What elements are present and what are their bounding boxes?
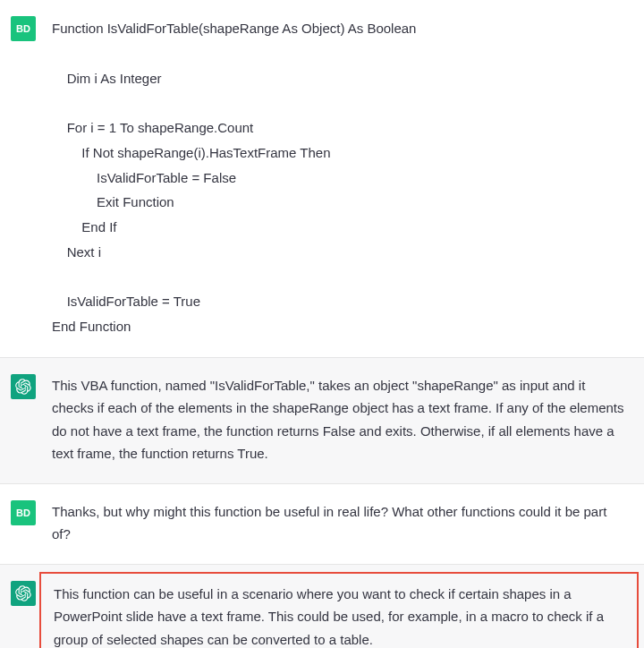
chat-message-user: BD Thanks, but why might this function b…: [0, 484, 644, 565]
chat-message-assistant: This function can be useful in a scenari…: [0, 565, 644, 648]
openai-icon: [15, 379, 31, 395]
chat-message-user: BD Function IsValidForTable(shapeRange A…: [0, 0, 644, 358]
code-block: Function IsValidForTable(shapeRange As O…: [52, 16, 626, 339]
message-content: This function can be useful in a scenari…: [52, 581, 633, 648]
avatar-initials: BD: [16, 507, 30, 518]
highlight-annotation: This function can be useful in a scenari…: [39, 572, 639, 648]
message-text: This function can be useful in a scenari…: [54, 583, 624, 648]
openai-icon: [15, 585, 31, 601]
avatar-initials: BD: [16, 23, 30, 34]
message-content: Function IsValidForTable(shapeRange As O…: [52, 16, 633, 339]
message-content: Thanks, but why might this function be u…: [52, 500, 633, 546]
chat-message-assistant: This VBA function, named "IsValidForTabl…: [0, 358, 644, 484]
avatar-assistant: [11, 581, 36, 606]
avatar-assistant: [11, 374, 36, 399]
avatar-user: BD: [11, 500, 36, 525]
message-content: This VBA function, named "IsValidForTabl…: [52, 374, 633, 465]
message-text: This VBA function, named "IsValidForTabl…: [52, 374, 626, 465]
avatar-user: BD: [11, 16, 36, 41]
message-text: Thanks, but why might this function be u…: [52, 500, 626, 546]
